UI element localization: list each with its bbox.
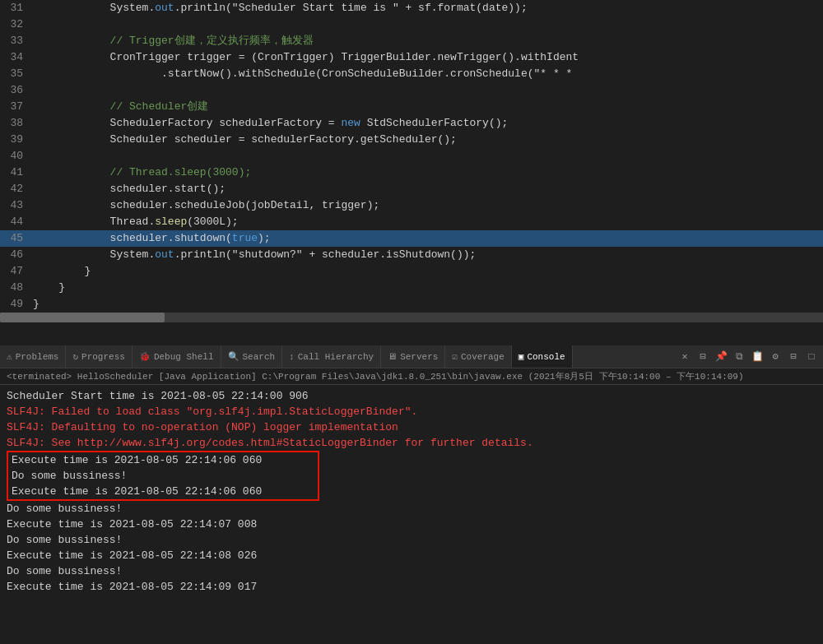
- line-number: 44: [0, 214, 33, 230]
- code-line: 44 Thread.sleep(3000L);: [0, 214, 823, 230]
- line-number: 33: [0, 33, 33, 49]
- code-line: 36: [0, 82, 823, 99]
- console-info-bar: <terminated> HelloScheduler [Java Applic…: [0, 368, 823, 385]
- console-line: Execute time is 2021-08-05 22:14:09 017: [7, 579, 816, 595]
- line-content: System.out.println("shutdown?" + schedul…: [33, 247, 823, 263]
- line-number: 41: [0, 164, 33, 181]
- line-number: 37: [0, 99, 33, 115]
- settings-btn[interactable]: ⚙: [767, 349, 783, 365]
- line-number: 43: [0, 197, 33, 214]
- code-line: 48 }: [0, 280, 823, 296]
- console-line: Do some bussiness!: [12, 468, 314, 484]
- line-number: 35: [0, 66, 33, 82]
- line-content: Scheduler scheduler = schedulerFactory.g…: [33, 132, 823, 148]
- code-line: 39 Scheduler scheduler = schedulerFactor…: [0, 132, 823, 148]
- line-content: scheduler.scheduleJob(jobDetail, trigger…: [33, 197, 823, 214]
- line-number: 38: [0, 115, 33, 132]
- line-content: // Trigger创建，定义执行频率，触发器: [33, 33, 823, 49]
- code-lines: 31 System.out.println("Scheduler Start t…: [0, 0, 823, 313]
- line-number: 31: [0, 0, 33, 16]
- line-content: System.out.println("Scheduler Start time…: [33, 0, 823, 16]
- code-line: 49}: [0, 296, 823, 313]
- line-content: SchedulerFactory schedulerFactory = new …: [33, 115, 823, 132]
- console-line: Execute time is 2021-08-05 22:14:06 060: [12, 484, 314, 499]
- console-line-error: SLF4J: Defaulting to no-operation (NOP) …: [7, 419, 816, 435]
- code-line: 47 }: [0, 263, 823, 280]
- console-line: Execute time is 2021-08-05 22:14:07 008: [7, 517, 816, 532]
- code-line: 35 .startNow().withSchedule(CronSchedule…: [0, 66, 823, 82]
- line-number: 34: [0, 49, 33, 66]
- code-line: 42 scheduler.start();: [0, 181, 823, 197]
- scroll-lock-btn[interactable]: ⊟: [695, 349, 711, 365]
- line-content: // Thread.sleep(3000);: [33, 164, 823, 181]
- tab-progress[interactable]: ↻Progress: [66, 345, 132, 368]
- line-number: 40: [0, 148, 33, 164]
- code-line: 45 scheduler.shutdown(true);: [0, 230, 823, 247]
- line-content: }: [33, 263, 823, 280]
- line-content: // Scheduler创建: [33, 99, 823, 115]
- line-number: 46: [0, 247, 33, 263]
- line-number: 36: [0, 82, 33, 99]
- tab-problems[interactable]: ⚠Problems: [0, 345, 66, 368]
- code-line: 38 SchedulerFactory schedulerFactory = n…: [0, 115, 823, 132]
- console-line: Do some bussiness!: [7, 563, 816, 579]
- code-line: 43 scheduler.scheduleJob(jobDetail, trig…: [0, 197, 823, 214]
- line-number: 32: [0, 16, 33, 33]
- copy-btn[interactable]: ⧉: [731, 349, 747, 365]
- code-line: 46 System.out.println("shutdown?" + sche…: [0, 247, 823, 263]
- console-highlight-group: Execute time is 2021-08-05 22:14:06 060D…: [7, 451, 319, 501]
- tab-coverage[interactable]: ☑Coverage: [445, 345, 511, 368]
- code-line: 32: [0, 16, 823, 33]
- code-editor: 31 System.out.println("Scheduler Start t…: [0, 0, 823, 345]
- pin-btn[interactable]: 📌: [713, 349, 729, 365]
- console-line: Do some bussiness!: [7, 532, 816, 548]
- tab-servers[interactable]: 🖥Servers: [381, 345, 445, 368]
- console-line: Execute time is 2021-08-05 22:14:08 026: [7, 548, 816, 563]
- code-line: 34 CronTrigger trigger = (CronTrigger) T…: [0, 49, 823, 66]
- line-content: }: [33, 280, 823, 296]
- line-number: 45: [0, 230, 33, 247]
- console-line: Scheduler Start time is 2021-08-05 22:14…: [7, 388, 816, 404]
- paste-btn[interactable]: 📋: [749, 349, 765, 365]
- console-line: Do some bussiness!: [7, 501, 816, 517]
- code-line: 31 System.out.println("Scheduler Start t…: [0, 0, 823, 16]
- tab-debug-shell[interactable]: 🐞Debug Shell: [133, 345, 221, 368]
- clear-console-btn[interactable]: ✕: [677, 349, 693, 365]
- tab-console[interactable]: ▣Console: [512, 345, 573, 368]
- line-number: 42: [0, 181, 33, 197]
- line-number: 39: [0, 132, 33, 148]
- tab-search[interactable]: 🔍Search: [221, 345, 283, 368]
- scrollbar-thumb[interactable]: [0, 313, 165, 322]
- horizontal-scrollbar[interactable]: [0, 313, 823, 322]
- console-line-error-link[interactable]: SLF4J: See http://www.slf4j.org/codes.ht…: [7, 435, 816, 451]
- line-number: 49: [0, 296, 33, 313]
- maximize-btn[interactable]: □: [803, 349, 820, 365]
- tab-toolbar: ✕ ⊟ 📌 ⧉ 📋 ⚙ ⊟ □: [677, 349, 823, 365]
- code-line: 33 // Trigger创建，定义执行频率，触发器: [0, 33, 823, 49]
- line-content: .startNow().withSchedule(CronScheduleBui…: [33, 66, 823, 82]
- line-number: 48: [0, 280, 33, 296]
- console-line-error: SLF4J: Failed to load class "org.slf4j.i…: [7, 404, 816, 419]
- bottom-panel: ⚠Problems↻Progress🐞Debug Shell🔍Search↕Ca…: [0, 345, 823, 642]
- line-content: CronTrigger trigger = (CronTrigger) Trig…: [33, 49, 823, 66]
- line-content: scheduler.start();: [33, 181, 823, 197]
- console-output: Scheduler Start time is 2021-08-05 22:14…: [0, 385, 823, 642]
- minimize-btn[interactable]: ⊟: [785, 349, 802, 365]
- code-line: 40: [0, 148, 823, 164]
- tab-bar: ⚠Problems↻Progress🐞Debug Shell🔍Search↕Ca…: [0, 345, 823, 368]
- line-number: 47: [0, 263, 33, 280]
- code-line: 37 // Scheduler创建: [0, 99, 823, 115]
- line-content: }: [33, 296, 823, 313]
- line-content: scheduler.shutdown(true);: [33, 230, 823, 247]
- line-content: Thread.sleep(3000L);: [33, 214, 823, 230]
- console-line: Execute time is 2021-08-05 22:14:06 060: [12, 452, 314, 468]
- code-line: 41 // Thread.sleep(3000);: [0, 164, 823, 181]
- tab-call-hierarchy[interactable]: ↕Call Hierarchy: [282, 345, 381, 368]
